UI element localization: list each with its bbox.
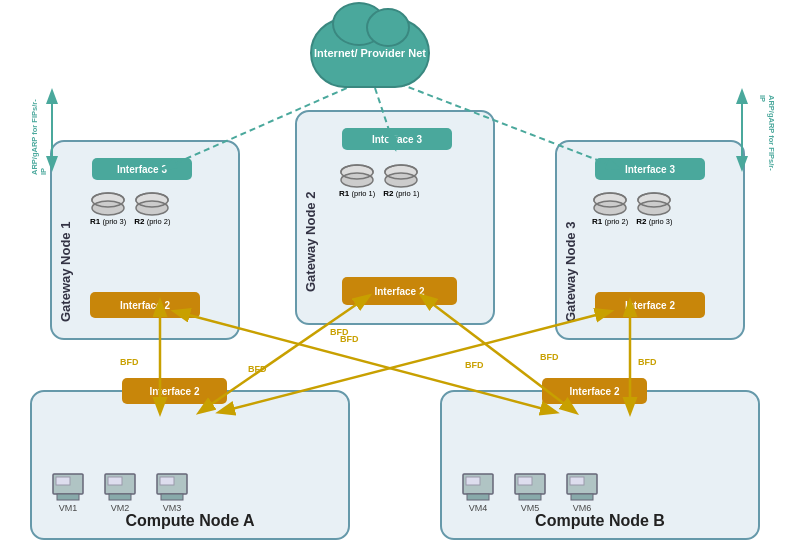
svg-point-2	[92, 201, 124, 215]
svg-point-10	[341, 173, 373, 187]
bfd-label-1: BFD	[120, 357, 139, 367]
svg-rect-37	[518, 477, 532, 485]
gn2-r1-prio: (prio 1)	[351, 189, 375, 198]
svg-rect-32	[161, 494, 183, 500]
svg-point-18	[594, 201, 626, 215]
cnb-interface2: Interface 2	[542, 378, 647, 404]
gn2-router2-icon	[383, 164, 419, 188]
network-diagram: BFD BFD BFD BFD BFD BFD BFD Internet/ Pr…	[0, 0, 794, 560]
gn1-interface2: Interface 2	[90, 292, 200, 318]
gn3-r1-label: R1	[592, 217, 602, 226]
svg-rect-35	[467, 494, 489, 500]
svg-rect-41	[571, 494, 593, 500]
gn3-router2-icon	[636, 192, 672, 216]
vm6-icon: VM6	[566, 473, 598, 513]
gn1-r2-prio: (prio 2)	[147, 217, 171, 226]
gn1-r1-label: R1	[90, 217, 100, 226]
arp-label-right: ARP/gARP for FIPs/r-IP	[758, 95, 776, 175]
gn3-router1-icon	[592, 192, 628, 216]
cloud-label: Internet/ Provider Net	[314, 46, 426, 60]
gn3-r1-prio: (prio 2)	[604, 217, 628, 226]
gn3-r2-prio: (prio 3)	[649, 217, 673, 226]
bfd-label-3: BFD	[330, 327, 349, 337]
bfd-label-4: BFD	[465, 360, 484, 370]
cnb-label: Compute Node B	[442, 512, 758, 530]
gn3-interface2: Interface 2	[595, 292, 705, 318]
gn2-router1-icon	[339, 164, 375, 188]
bfd-label-5: BFD	[540, 352, 559, 362]
vm5-icon: VM5	[514, 473, 546, 513]
svg-rect-34	[466, 477, 480, 485]
compute-node-b-box: Interface 2 VM4 VM5	[440, 390, 760, 540]
svg-point-22	[638, 201, 670, 215]
gn2-interface2: Interface 2	[342, 277, 457, 305]
svg-rect-26	[57, 494, 79, 500]
gateway-node2-box: Gateway Node 2 Interface 3 R1 (prio 1)	[295, 110, 495, 325]
bfd-label-2: BFD	[248, 364, 267, 374]
gn2-r2-prio: (prio 1)	[396, 189, 420, 198]
gn2-r1-label: R1	[339, 189, 349, 198]
cloud-node: Internet/ Provider Net	[310, 18, 430, 88]
cna-interface2: Interface 2	[122, 378, 227, 404]
svg-point-6	[136, 201, 168, 215]
vm4-icon: VM4	[462, 473, 494, 513]
gn1-interface3: Interface 3	[92, 158, 192, 180]
gateway-node3-box: Gateway Node 3 Interface 3 R1 (prio 2)	[555, 140, 745, 340]
svg-rect-28	[108, 477, 122, 485]
svg-rect-40	[570, 477, 584, 485]
gn2-label: Gateway Node 2	[303, 132, 318, 292]
gn1-label: Gateway Node 1	[58, 162, 73, 322]
gn2-r2-label: R2	[383, 189, 393, 198]
gn1-router2-icon	[134, 192, 170, 216]
gateway-node1-box: Gateway Node 1 Interface 3 R1 (prio 3)	[50, 140, 240, 340]
gn3-interface3: Interface 3	[595, 158, 705, 180]
vm3-icon: VM3	[156, 473, 188, 513]
gn1-r2-label: R2	[134, 217, 144, 226]
gn3-label: Gateway Node 3	[563, 162, 578, 322]
vm1-icon: VM1	[52, 473, 84, 513]
gn2-interface3: Interface 3	[342, 128, 452, 150]
gn3-r2-label: R2	[636, 217, 646, 226]
compute-node-a-box: Interface 2 VM1 VM2	[30, 390, 350, 540]
svg-rect-31	[160, 477, 174, 485]
cna-label: Compute Node A	[32, 512, 348, 530]
bfd-label-6: BFD	[638, 357, 657, 367]
svg-rect-25	[56, 477, 70, 485]
svg-point-14	[385, 173, 417, 187]
arp-label-left: ARP/gARP for FIPs/r-IP	[30, 95, 48, 175]
svg-rect-38	[519, 494, 541, 500]
vm2-icon: VM2	[104, 473, 136, 513]
svg-rect-29	[109, 494, 131, 500]
bfd-label-h: BFD	[340, 334, 359, 344]
gn1-r1-prio: (prio 3)	[102, 217, 126, 226]
gn1-router1-icon	[90, 192, 126, 216]
